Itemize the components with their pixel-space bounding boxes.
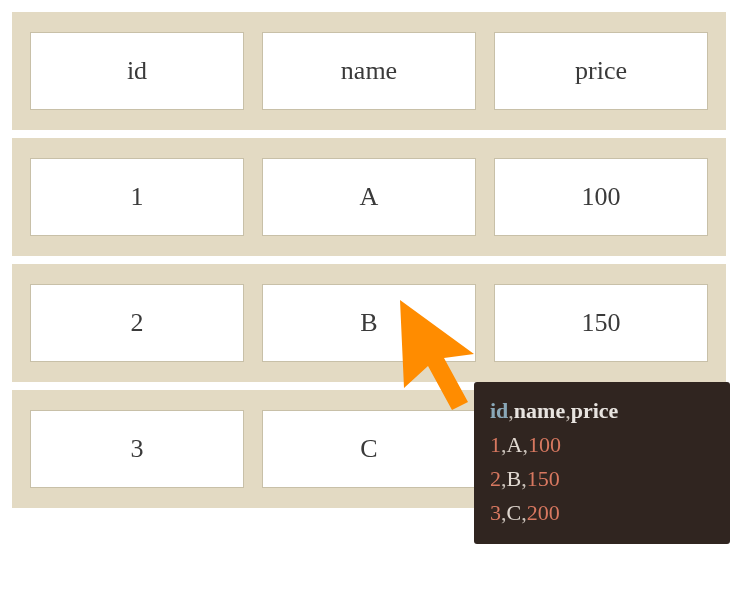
cell-name: A	[262, 158, 476, 236]
cell-id: 2	[30, 284, 244, 362]
cell-name: B	[262, 284, 476, 362]
cell-id: 3	[30, 410, 244, 488]
csv-price: 100	[528, 432, 561, 457]
csv-header-price: price	[571, 398, 619, 423]
tooltip-header-line: id,name,price	[490, 394, 714, 428]
cell-id: 1	[30, 158, 244, 236]
csv-tooltip: id,name,price 1,A,100 2,B,150 3,C,200	[474, 382, 730, 544]
csv-id: 2	[490, 466, 501, 491]
header-cell-price: price	[494, 32, 708, 110]
tooltip-data-line: 3,C,200	[490, 496, 714, 530]
csv-id: 1	[490, 432, 501, 457]
table-row: 1 A 100	[12, 138, 726, 256]
table-header-row: id name price	[12, 12, 726, 130]
table-row: 2 B 150	[12, 264, 726, 382]
header-cell-id: id	[30, 32, 244, 110]
tooltip-data-line: 1,A,100	[490, 428, 714, 462]
csv-header-id: id	[490, 398, 508, 423]
cell-name: C	[262, 410, 476, 488]
csv-name: C	[507, 500, 522, 525]
tooltip-data-line: 2,B,150	[490, 462, 714, 496]
csv-price: 150	[527, 466, 560, 491]
csv-price: 200	[527, 500, 560, 525]
cell-price: 100	[494, 158, 708, 236]
cell-price: 150	[494, 284, 708, 362]
csv-header-name: name	[514, 398, 565, 423]
csv-name: B	[507, 466, 522, 491]
csv-name: A	[507, 432, 523, 457]
csv-id: 3	[490, 500, 501, 525]
header-cell-name: name	[262, 32, 476, 110]
